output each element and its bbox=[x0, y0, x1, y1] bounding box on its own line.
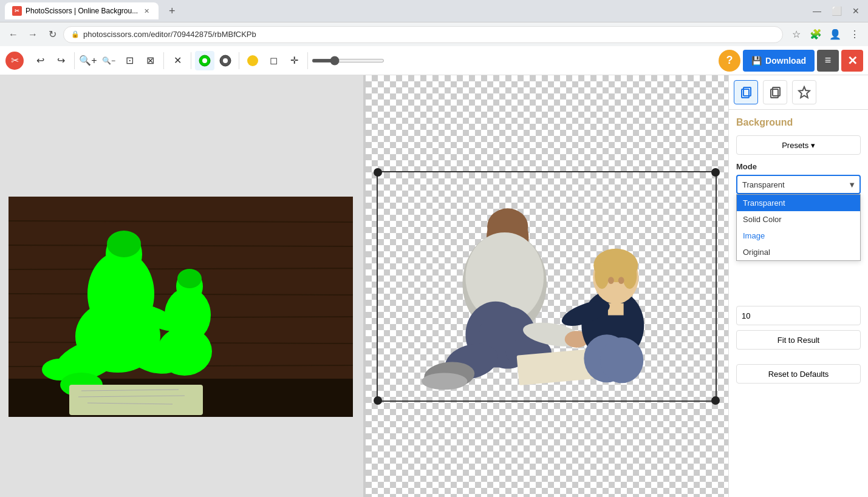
presets-button[interactable]: Presets ▾ bbox=[736, 135, 861, 155]
tab-title: PhotoScissors | Online Backgrou... bbox=[26, 7, 138, 15]
background-section: Background Presets ▾ Mode Transparent So… bbox=[729, 110, 868, 357]
color-tool-yellow[interactable] bbox=[243, 51, 262, 70]
nav-actions: ☆ 🧩 👤 ⋮ bbox=[788, 26, 863, 43]
sidebar-tab-star[interactable] bbox=[792, 80, 816, 104]
right-panel bbox=[366, 75, 729, 497]
svg-rect-30 bbox=[69, 385, 203, 415]
tab-favicon: ✂ bbox=[12, 6, 22, 16]
original-image bbox=[9, 197, 353, 417]
app-logo: ✂ bbox=[5, 51, 24, 70]
fit-result-label: Fit to Result bbox=[777, 336, 819, 345]
svg-marker-68 bbox=[799, 87, 810, 98]
zoom-in-button[interactable]: 🔍+ bbox=[78, 51, 98, 70]
download-label: Download bbox=[765, 56, 806, 66]
svg-point-61 bbox=[600, 337, 643, 383]
sidebar-tab-copy[interactable] bbox=[734, 80, 758, 104]
extensions-btn[interactable]: 🧩 bbox=[807, 26, 824, 43]
main-area: Background Presets ▾ Mode Transparent So… bbox=[0, 75, 868, 497]
result-container[interactable] bbox=[377, 171, 717, 402]
brush-size-slider[interactable] bbox=[312, 59, 384, 63]
move-button[interactable]: ✛ bbox=[284, 51, 304, 70]
dropdown-option-solid-color[interactable]: Solid Color bbox=[737, 211, 860, 228]
background-title: Background bbox=[736, 117, 861, 128]
left-panel bbox=[0, 75, 363, 497]
mode-select[interactable]: Transparent Solid Color Image Original bbox=[736, 175, 861, 194]
corner-handle-bl[interactable] bbox=[374, 396, 382, 405]
zoom-out-button[interactable]: 🔍− bbox=[99, 51, 118, 70]
separator-5 bbox=[307, 52, 308, 69]
zoom-fit-button[interactable]: ⊡ bbox=[120, 51, 139, 70]
undo-button[interactable]: ↩ bbox=[30, 51, 50, 70]
sidebar: Background Presets ▾ Mode Transparent So… bbox=[728, 75, 868, 497]
lock-icon: 🔒 bbox=[71, 30, 80, 38]
svg-point-47 bbox=[422, 373, 467, 390]
svg-rect-59 bbox=[608, 303, 624, 315]
separator-2 bbox=[163, 52, 164, 69]
window-close-button[interactable]: ✕ bbox=[849, 4, 863, 18]
margin-input[interactable] bbox=[736, 306, 861, 325]
svg-point-55 bbox=[595, 262, 609, 289]
corner-handle-tr[interactable] bbox=[711, 168, 720, 177]
eraser-button[interactable]: ◻ bbox=[264, 51, 283, 70]
clear-button[interactable]: ✕ bbox=[168, 51, 187, 70]
mode-dropdown[interactable]: Transparent Solid Color Image Original bbox=[736, 194, 861, 261]
back-button[interactable]: ← bbox=[5, 26, 22, 43]
browser-tab[interactable]: ✂ PhotoScissors | Online Backgrou... ✕ bbox=[5, 2, 159, 19]
help-button[interactable]: ? bbox=[719, 50, 740, 72]
presets-label: Presets ▾ bbox=[782, 141, 815, 150]
dropdown-option-image[interactable]: Image bbox=[737, 228, 860, 244]
green-mask-overlay bbox=[9, 197, 353, 417]
app-close-button[interactable]: ✕ bbox=[841, 50, 863, 72]
svg-point-56 bbox=[623, 262, 637, 289]
dropdown-option-transparent[interactable]: Transparent bbox=[737, 195, 860, 211]
forward-button[interactable]: → bbox=[24, 26, 41, 43]
svg-point-27 bbox=[177, 269, 202, 288]
browser-menu-btn[interactable]: ⋮ bbox=[846, 26, 863, 43]
result-image bbox=[378, 172, 716, 401]
svg-point-57 bbox=[608, 277, 614, 284]
foreground-brush-button[interactable] bbox=[195, 51, 214, 70]
tab-close-btn[interactable]: ✕ bbox=[142, 6, 151, 16]
dropdown-option-original[interactable]: Original bbox=[737, 244, 860, 260]
minimize-button[interactable]: — bbox=[810, 4, 824, 18]
redo-button[interactable]: ↪ bbox=[51, 51, 70, 70]
sidebar-tabs bbox=[729, 75, 868, 110]
address-bar[interactable]: 🔒 photoscissors.com/editor/709442875/rbM… bbox=[63, 26, 783, 43]
refresh-button[interactable]: ↻ bbox=[44, 26, 61, 43]
separator-1 bbox=[74, 52, 75, 69]
background-brush-button[interactable] bbox=[216, 51, 235, 70]
fit-result-button[interactable]: Fit to Result bbox=[736, 330, 861, 350]
svg-point-5 bbox=[223, 58, 228, 63]
app-toolbar: ✂ ↩ ↪ 🔍+ 🔍− ⊡ ⊠ ✕ ◻ ✛ ? 💾 bbox=[0, 46, 868, 75]
sidebar-tab-layers[interactable] bbox=[763, 80, 787, 104]
floppy-icon: 💾 bbox=[751, 56, 762, 66]
svg-point-28 bbox=[157, 327, 212, 376]
maximize-button[interactable]: ⬜ bbox=[829, 4, 844, 18]
title-bar: ✂ PhotoScissors | Online Backgrou... ✕ +… bbox=[0, 0, 868, 22]
right-toolbar: ? 💾 Download ≡ ✕ bbox=[719, 50, 863, 72]
svg-text:✂: ✂ bbox=[11, 55, 19, 66]
separator-3 bbox=[191, 52, 191, 69]
reset-label: Reset to Defaults bbox=[768, 370, 829, 379]
bookmark-star-btn[interactable]: ☆ bbox=[788, 26, 805, 43]
nav-bar: ← → ↻ 🔒 photoscissors.com/editor/7094428… bbox=[0, 22, 868, 46]
url-text: photoscissors.com/editor/709442875/rbMBf… bbox=[83, 30, 256, 39]
new-tab-button[interactable]: + bbox=[163, 2, 180, 19]
profile-btn[interactable]: 👤 bbox=[827, 26, 844, 43]
corner-handle-tl[interactable] bbox=[374, 168, 382, 177]
download-button[interactable]: 💾 Download bbox=[743, 50, 815, 72]
original-image-container bbox=[9, 197, 353, 417]
separator-4 bbox=[239, 52, 239, 69]
svg-point-3 bbox=[202, 58, 207, 63]
svg-point-19 bbox=[107, 231, 141, 257]
window-controls: — ⬜ ✕ bbox=[810, 4, 863, 18]
corner-handle-br[interactable] bbox=[711, 396, 720, 405]
zoom-reset-button[interactable]: ⊠ bbox=[140, 51, 160, 70]
hamburger-menu-button[interactable]: ≡ bbox=[817, 50, 839, 72]
mode-label: Mode bbox=[736, 162, 861, 171]
svg-point-6 bbox=[247, 55, 258, 66]
mode-select-container: Transparent Solid Color Image Original ▼… bbox=[736, 175, 861, 194]
svg-point-58 bbox=[618, 277, 624, 284]
reset-defaults-button[interactable]: Reset to Defaults bbox=[736, 364, 861, 384]
